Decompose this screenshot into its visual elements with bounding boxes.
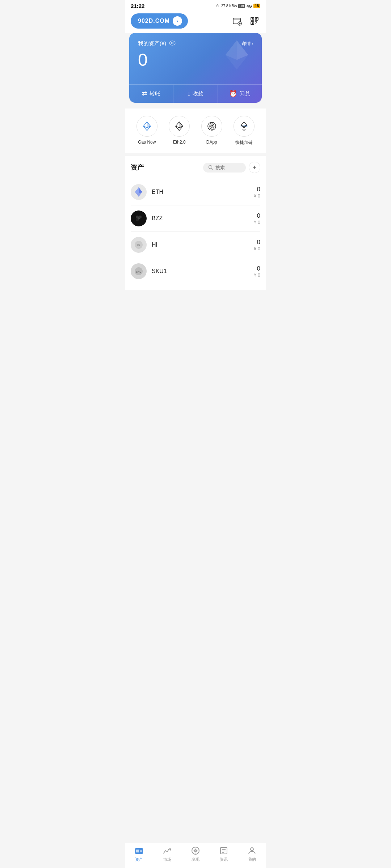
- discover-nav-label: 发现: [192, 857, 199, 862]
- asset-label: 我的资产(¥): [138, 40, 176, 47]
- add-wallet-button[interactable]: [231, 15, 243, 27]
- sku1-amount: 0: [254, 265, 260, 272]
- bzz-values: 0 ¥ 0: [254, 212, 260, 225]
- nav-item-discover[interactable]: 发现: [185, 846, 206, 862]
- assets-title: 资产: [131, 163, 144, 172]
- svg-text:hi: hi: [137, 243, 140, 247]
- receive-label: 收款: [193, 90, 203, 97]
- bzz-amount: 0: [254, 212, 260, 220]
- discover-nav-icon: [191, 846, 200, 855]
- assets-header: 资产 +: [131, 162, 260, 173]
- hi-amount: 0: [254, 239, 260, 246]
- mine-nav-icon: [247, 846, 257, 855]
- sku1-cny: ¥ 0: [254, 272, 260, 278]
- search-input[interactable]: [215, 165, 241, 170]
- hi-values: 0 ¥ 0: [254, 239, 260, 251]
- transfer-button[interactable]: ⇄ 转账: [129, 85, 173, 103]
- gas-now-circle: [136, 116, 157, 137]
- signal-badge: 4G: [247, 4, 252, 8]
- search-input-wrap[interactable]: [203, 163, 246, 173]
- eth-values: 0 ¥ 0: [254, 186, 260, 199]
- wallet-name: 902D.COM: [138, 18, 170, 24]
- hi-cny: ¥ 0: [254, 246, 260, 251]
- search-icon: [208, 165, 213, 170]
- eth2-label: Eth2.0: [173, 140, 186, 145]
- eth-name: ETH: [152, 189, 254, 195]
- sku1-name: SKU1: [152, 268, 254, 275]
- asset-actions: ⇄ 转账 ↓ 收款 ⏰ 闪兑: [129, 84, 262, 103]
- wallet-arrow-icon: ›: [173, 16, 182, 26]
- svg-rect-6: [256, 18, 257, 20]
- eth-logo: [131, 184, 147, 200]
- header: 902D.COM ›: [125, 10, 266, 33]
- eye-icon[interactable]: [169, 41, 176, 47]
- asset-row[interactable]: BZZ 0 ¥ 0: [131, 205, 260, 232]
- wallet-badge[interactable]: 902D.COM ›: [131, 13, 188, 29]
- market-nav-icon: [163, 846, 172, 855]
- quick-icon-eth2[interactable]: Eth2.0: [169, 116, 190, 146]
- svg-rect-5: [252, 18, 253, 20]
- eth2-circle: [169, 116, 190, 137]
- nav-item-market[interactable]: 市场: [156, 846, 178, 862]
- svg-point-8: [169, 41, 175, 45]
- svg-text:SKU: SKU: [136, 271, 142, 273]
- sku1-values: 0 ¥ 0: [254, 265, 260, 278]
- asset-list: ETH 0 ¥ 0 BZZ 0 ¥ 0: [131, 179, 260, 284]
- svg-point-29: [209, 166, 212, 169]
- news-nav-icon: [219, 846, 228, 855]
- svg-point-39: [138, 217, 140, 220]
- news-nav-label: 资讯: [220, 857, 228, 862]
- bzz-name: BZZ: [152, 215, 254, 222]
- nav-item-assets[interactable]: 资产: [128, 846, 150, 862]
- svg-point-9: [172, 42, 173, 44]
- receive-button[interactable]: ↓ 收款: [173, 85, 218, 103]
- quick-chain-label: 快捷加链: [235, 140, 253, 146]
- gas-now-label: Gas Now: [138, 140, 156, 145]
- status-time: 21:22: [131, 3, 144, 9]
- status-bar: 21:22 ⏱ 27.8 KB/s HD 4G 18: [125, 0, 266, 10]
- bzz-cny: ¥ 0: [254, 220, 260, 225]
- add-asset-button[interactable]: +: [249, 162, 260, 173]
- market-nav-label: 市场: [163, 857, 171, 862]
- svg-rect-52: [220, 847, 227, 854]
- bzz-logo: [131, 210, 147, 226]
- scan-button[interactable]: [249, 15, 260, 27]
- flash-label: 闪兑: [239, 90, 250, 97]
- hd-badge: HD: [238, 4, 245, 8]
- asset-row[interactable]: ETH 0 ¥ 0: [131, 179, 260, 205]
- hi-name: HI: [152, 242, 254, 248]
- nav-item-mine[interactable]: 我的: [241, 846, 263, 862]
- assets-nav-label: 资产: [135, 857, 143, 862]
- svg-rect-45: [136, 850, 139, 852]
- sku1-logo: SKU: [131, 263, 147, 279]
- search-bar: +: [203, 162, 260, 173]
- quick-chain-circle: EVM: [234, 116, 255, 137]
- hi-logo: hi: [131, 237, 147, 253]
- svg-point-56: [251, 848, 253, 851]
- speed-icon: ⏱: [216, 4, 220, 8]
- flash-icon: ⏰: [229, 90, 237, 98]
- mine-nav-label: 我的: [248, 857, 256, 862]
- assets-nav-icon: [134, 846, 144, 855]
- dapp-label: DApp: [206, 140, 217, 145]
- quick-icon-gas-now[interactable]: Gas Now: [136, 116, 157, 146]
- quick-icon-quick-chain[interactable]: EVM 快捷加链: [234, 116, 255, 146]
- svg-line-30: [212, 169, 213, 170]
- header-actions: [231, 15, 260, 27]
- status-icons: ⏱ 27.8 KB/s HD 4G 18: [216, 4, 260, 8]
- asset-row[interactable]: SKU SKU1 0 ¥ 0: [131, 258, 260, 284]
- asset-card: 我的资产(¥) 详情 › 0 ⇄ 转账 ↓: [129, 33, 262, 103]
- receive-icon: ↓: [187, 90, 190, 98]
- eth-amount: 0: [254, 186, 260, 193]
- eth-watermark: [220, 39, 253, 73]
- quick-icon-dapp[interactable]: DApp: [201, 116, 222, 146]
- quick-icons: Gas Now Eth2.0 DApp: [125, 109, 266, 153]
- flash-button[interactable]: ⏰ 闪兑: [218, 85, 262, 103]
- nav-item-news[interactable]: 资讯: [213, 846, 235, 862]
- svg-rect-7: [252, 22, 253, 24]
- assets-section: 资产 + E: [125, 156, 266, 290]
- battery-icon: 18: [253, 4, 260, 8]
- asset-row[interactable]: hi HI 0 ¥ 0: [131, 232, 260, 258]
- bottom-nav: 资产 市场 发现: [125, 843, 266, 868]
- asset-label-text: 我的资产(¥): [138, 40, 166, 47]
